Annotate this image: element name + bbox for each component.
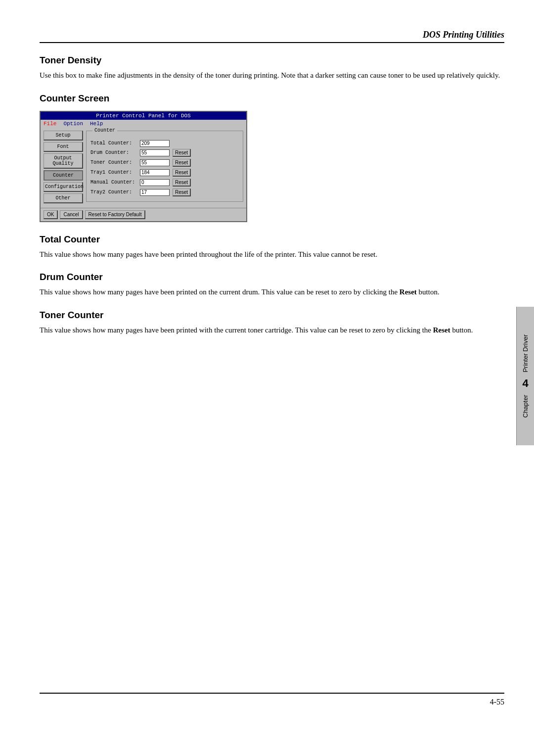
drum-counter-body: This value shows how many pages have bee…	[40, 286, 504, 298]
toner-density-heading: Toner Density	[40, 55, 504, 66]
counter-panel: Counter Total Counter: Drum Counter: Res…	[86, 131, 243, 205]
manual-counter-row: Manual Counter: Reset	[90, 179, 239, 187]
toner-counter-body: This value shows how many pages have bee…	[40, 325, 504, 336]
toner-counter-input[interactable]	[140, 159, 170, 166]
page-footer: 4-55	[40, 693, 504, 707]
total-counter-input[interactable]	[140, 140, 170, 147]
tray2-counter-row: Tray2 Counter: Reset	[90, 189, 239, 196]
toner-counter-body-start: This value shows how many pages have bee…	[40, 326, 433, 334]
toner-density-body: Use this box to make fine adjustments in…	[40, 70, 504, 81]
manual-reset-button[interactable]: Reset	[173, 179, 191, 187]
sidebar-btn-counter[interactable]: Counter	[44, 170, 83, 181]
toner-counter-body-end: button.	[450, 326, 473, 334]
counter-screen-window: Printer Control Panel for DOS File Optio…	[40, 111, 247, 222]
total-counter-label: Total Counter:	[90, 141, 140, 146]
tray2-counter-input[interactable]	[140, 189, 170, 196]
drum-counter-input[interactable]	[140, 149, 170, 156]
drum-counter-label: Drum Counter:	[90, 150, 140, 155]
toner-reset-button[interactable]: Reset	[173, 159, 191, 167]
menu-file[interactable]: File	[44, 121, 56, 127]
chapter-number: 4	[522, 377, 528, 390]
total-counter-row: Total Counter:	[90, 140, 239, 147]
counter-group: Counter Total Counter: Drum Counter: Res…	[86, 131, 243, 202]
counter-group-title: Counter	[92, 128, 117, 133]
window-menubar: File Option Help	[41, 120, 246, 128]
window-body: Setup Font Output Quality Counter Config…	[41, 128, 246, 208]
menu-help[interactable]: Help	[90, 121, 103, 127]
drum-counter-body-bold: Reset	[400, 288, 417, 296]
sidebar-btn-configuration[interactable]: Configuration	[44, 182, 83, 192]
page-title: DOS Printing Utilities	[423, 30, 504, 40]
window-sidebar: Setup Font Output Quality Counter Config…	[44, 131, 83, 205]
chapter-tab: Printer Driver 4 Chapter	[516, 307, 534, 445]
drum-counter-row: Drum Counter: Reset	[90, 149, 239, 157]
total-counter-body: This value shows how many pages have bee…	[40, 249, 504, 260]
toner-counter-row: Toner Counter: Reset	[90, 159, 239, 167]
manual-counter-label: Manual Counter:	[90, 180, 140, 185]
manual-counter-input[interactable]	[140, 179, 170, 186]
drum-counter-body-end: button.	[417, 288, 440, 296]
page-header: DOS Printing Utilities	[40, 30, 504, 43]
tray2-counter-label: Tray2 Counter:	[90, 189, 140, 195]
cancel-button[interactable]: Cancel	[60, 210, 83, 219]
reset-factory-button[interactable]: Reset to Factory Default	[85, 210, 146, 219]
counter-screen-heading: Counter Screen	[40, 93, 504, 104]
sidebar-btn-output-quality[interactable]: Output Quality	[44, 153, 83, 169]
window-bottom-bar: OK Cancel Reset to Factory Default	[41, 208, 246, 221]
drum-counter-body-start: This value shows how many pages have bee…	[40, 288, 400, 296]
tray1-counter-label: Tray1 Counter:	[90, 170, 140, 175]
menu-option[interactable]: Option	[63, 121, 83, 127]
page-number: 4-55	[490, 698, 504, 706]
printer-driver-label: Printer Driver	[522, 334, 529, 373]
drum-counter-heading: Drum Counter	[40, 272, 504, 283]
sidebar-btn-font[interactable]: Font	[44, 142, 83, 152]
sidebar-btn-other[interactable]: Other	[44, 193, 83, 203]
toner-counter-body-bold: Reset	[433, 326, 450, 334]
drum-reset-button[interactable]: Reset	[173, 149, 191, 157]
tray1-reset-button[interactable]: Reset	[173, 169, 191, 177]
main-content: DOS Printing Utilities Toner Density Use…	[40, 30, 504, 726]
ok-button[interactable]: OK	[44, 210, 58, 219]
tray1-counter-row: Tray1 Counter: Reset	[90, 169, 239, 177]
total-counter-heading: Total Counter	[40, 234, 504, 245]
chapter-label: Chapter	[522, 395, 529, 418]
toner-counter-heading: Toner Counter	[40, 310, 504, 321]
tray2-reset-button[interactable]: Reset	[173, 189, 191, 196]
sidebar-btn-setup[interactable]: Setup	[44, 131, 83, 141]
tray1-counter-input[interactable]	[140, 169, 170, 176]
toner-counter-label: Toner Counter:	[90, 160, 140, 165]
window-titlebar: Printer Control Panel for DOS	[41, 112, 246, 120]
